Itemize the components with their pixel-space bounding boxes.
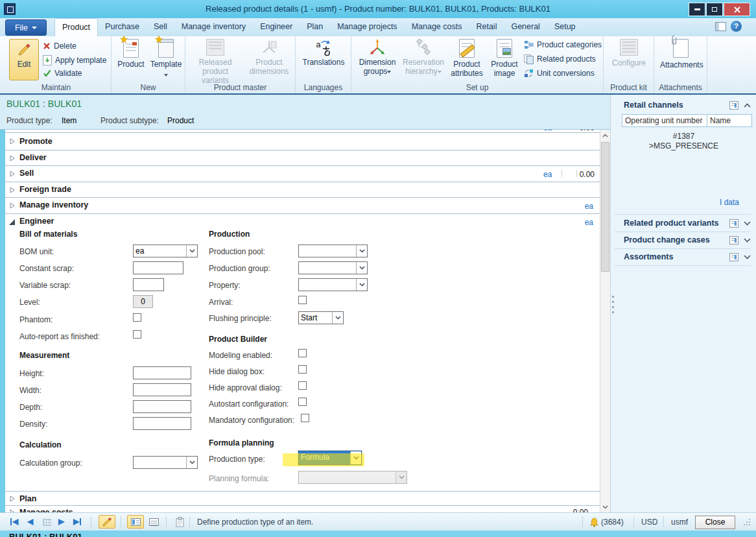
chevron-down-icon[interactable] — [186, 245, 197, 257]
variable-scrap-input[interactable] — [133, 278, 164, 291]
related-product-variants-header[interactable]: Related product variants — [624, 219, 719, 228]
factbox-menu-icon[interactable] — [729, 101, 738, 110]
product-change-cases-header[interactable]: Product change cases — [624, 235, 710, 245]
autostart-config-checkbox[interactable] — [298, 398, 307, 406]
chevron-down-icon[interactable] — [332, 312, 343, 324]
delete-button[interactable]: Delete — [43, 42, 77, 51]
product-image-button[interactable]: Product image — [488, 39, 521, 78]
edit-button[interactable]: Edit — [9, 39, 39, 80]
column-header-operating-unit-number[interactable]: Operating unit number — [622, 114, 707, 127]
unit-conversions-button[interactable]: Unit conversions — [524, 69, 595, 78]
chevron-down-icon[interactable] — [356, 262, 367, 274]
bom-unit-dropdown[interactable]: ea — [133, 245, 198, 257]
factbox-menu-icon[interactable] — [729, 219, 738, 228]
fasttab-manage-costs-clipped[interactable]: Manage costs 0.00 — [5, 506, 600, 512]
chevron-down-icon[interactable] — [744, 238, 751, 243]
density-input[interactable] — [133, 417, 191, 430]
nav-next-button[interactable]: ▶ — [58, 517, 64, 526]
phantom-checkbox[interactable] — [133, 313, 141, 322]
currency-indicator[interactable]: USD — [641, 518, 657, 527]
dimension-groups-button[interactable]: Dimension groups — [357, 39, 398, 76]
product-categories-button[interactable]: Product categories — [524, 40, 602, 49]
height-input[interactable] — [133, 366, 191, 379]
apply-template-button[interactable]: Apply template — [43, 55, 106, 66]
translations-button[interactable]: a Translations — [302, 39, 345, 67]
property-dropdown[interactable] — [298, 278, 368, 291]
close-button[interactable] — [724, 3, 750, 16]
validate-button[interactable]: Validate — [43, 69, 82, 78]
edit-mode-button[interactable] — [99, 515, 115, 529]
close-form-button[interactable]: Close — [695, 516, 735, 529]
help-icon[interactable]: ? — [731, 21, 742, 32]
fasttab-manage-inventory[interactable]: Manage inventory ea — [5, 198, 600, 214]
scroll-up-button[interactable] — [600, 130, 610, 141]
fasttab-deliver[interactable]: Deliver — [5, 150, 600, 166]
depth-input[interactable] — [133, 400, 191, 413]
collapse-arrow-icon[interactable] — [9, 219, 15, 225]
hide-approval-checkbox[interactable] — [298, 381, 307, 390]
product-attributes-button[interactable]: Product attributes — [449, 39, 485, 78]
new-product-button[interactable]: Product — [115, 39, 147, 69]
tab-engineer[interactable]: Engineer — [253, 18, 300, 36]
production-group-dropdown[interactable] — [298, 261, 368, 274]
chevron-down-icon[interactable] — [744, 221, 751, 226]
resize-grip[interactable] — [743, 518, 751, 526]
notifications-bell-icon[interactable] — [589, 517, 600, 528]
tab-general[interactable]: General — [504, 18, 547, 36]
chevron-down-icon[interactable] — [186, 457, 197, 468]
chevron-up-icon[interactable] — [744, 103, 751, 108]
vertical-scrollbar[interactable] — [600, 130, 610, 512]
tab-setup[interactable]: Setup — [547, 18, 583, 36]
chevron-down-icon[interactable] — [350, 451, 361, 464]
retail-channels-header[interactable]: Retail channels — [624, 101, 683, 110]
chevron-down-icon[interactable] — [744, 255, 751, 259]
tab-retail[interactable]: Retail — [469, 18, 504, 36]
attachments-button[interactable]: Attachments — [660, 39, 702, 69]
nav-first-button[interactable]: ◀ — [10, 517, 18, 526]
fasttab-plan[interactable]: Plan — [5, 492, 600, 506]
grid-view-button[interactable] — [145, 515, 162, 529]
factbox-menu-icon[interactable] — [729, 253, 738, 261]
production-pool-dropdown[interactable] — [298, 245, 368, 257]
width-input[interactable] — [133, 383, 191, 396]
notification-count[interactable]: (3684) — [601, 518, 624, 527]
layout-pane-icon[interactable] — [715, 22, 726, 31]
scroll-down-button[interactable] — [600, 501, 610, 512]
factbox-menu-icon[interactable] — [729, 236, 738, 245]
file-menu-button[interactable]: File — [5, 19, 47, 36]
scrollbar-thumb[interactable] — [601, 142, 609, 272]
form-view-button[interactable] — [127, 515, 144, 529]
journal-button[interactable] — [171, 515, 188, 529]
data-link[interactable]: I data — [720, 198, 739, 207]
flushing-principle-dropdown[interactable]: Start — [298, 311, 344, 324]
arrival-checkbox[interactable] — [298, 296, 307, 304]
tab-manage-inventory[interactable]: Manage inventory — [174, 18, 253, 36]
mandatory-config-checkbox[interactable] — [301, 414, 309, 422]
tab-manage-projects[interactable]: Manage projects — [330, 18, 404, 36]
maximize-button[interactable] — [706, 3, 723, 16]
tab-manage-costs[interactable]: Manage costs — [405, 18, 469, 36]
minimize-button[interactable] — [689, 3, 705, 16]
company-indicator[interactable]: usmf — [671, 518, 688, 527]
fasttab-label[interactable]: Engineer — [19, 217, 54, 226]
new-template-button[interactable]: Template — [149, 39, 183, 80]
pane-splitter[interactable] — [612, 296, 614, 316]
related-products-button[interactable]: Related products — [524, 54, 596, 64]
constant-scrap-input[interactable] — [133, 261, 183, 274]
fasttab-promote[interactable]: Promote — [5, 133, 600, 150]
production-type-dropdown[interactable]: Formula — [298, 451, 362, 465]
assortments-header[interactable]: Assortments — [624, 252, 673, 261]
tab-product[interactable]: Product — [54, 18, 98, 36]
tab-plan[interactable]: Plan — [300, 18, 330, 36]
tab-purchase[interactable]: Purchase — [98, 18, 147, 36]
chevron-down-icon[interactable] — [356, 245, 367, 257]
auto-report-checkbox[interactable] — [133, 330, 141, 339]
tab-sell[interactable]: Sell — [147, 18, 174, 36]
nav-last-button[interactable]: ▶ — [73, 517, 81, 526]
column-header-name[interactable]: Name — [707, 114, 752, 127]
hide-dialog-checkbox[interactable] — [298, 365, 307, 374]
chevron-down-icon[interactable] — [356, 279, 367, 291]
calculation-group-dropdown[interactable] — [133, 456, 198, 469]
nav-previous-button[interactable]: ◀ — [27, 517, 33, 526]
fasttab-sell[interactable]: Sell ea 0.00 — [5, 166, 600, 182]
